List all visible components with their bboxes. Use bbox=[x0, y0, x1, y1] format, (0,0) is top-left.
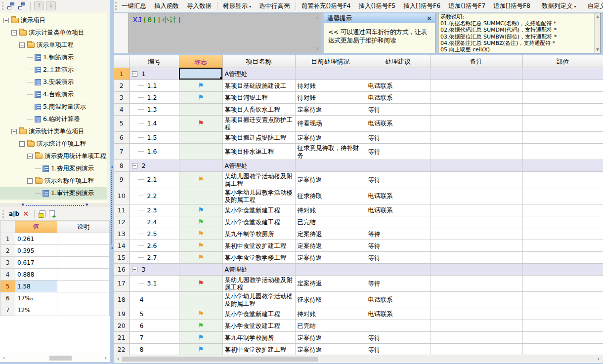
note-cell[interactable] bbox=[430, 251, 522, 263]
part-cell[interactable] bbox=[522, 171, 603, 188]
row-number-cell[interactable]: 6 bbox=[0, 292, 15, 304]
status-cell[interactable]: 已完结 bbox=[295, 320, 366, 331]
close-icon[interactable]: ✕ bbox=[427, 15, 432, 22]
move-down-icon[interactable]: ↓ bbox=[46, 1, 56, 10]
tree-item[interactable]: −演示项目 bbox=[0, 14, 110, 27]
expander-minus-icon[interactable]: − bbox=[3, 18, 9, 23]
tree-item[interactable]: 5.商混对量演示 bbox=[0, 101, 110, 113]
status-cell[interactable]: 定案待返 bbox=[295, 240, 366, 251]
project-name-cell[interactable]: 某项目排水渠工程 bbox=[222, 143, 295, 160]
toolbar-button-append-bracket-f8[interactable]: 追加[]括号F8 bbox=[489, 0, 534, 12]
flag-cell[interactable]: ⚑ bbox=[179, 320, 222, 331]
value-cell[interactable]: 0.617 bbox=[15, 257, 57, 269]
row-number-cell[interactable]: 8 bbox=[114, 160, 129, 171]
project-name-cell[interactable]: A管理处 bbox=[222, 160, 295, 171]
row-number-cell[interactable]: 5 bbox=[0, 281, 15, 292]
row-number-cell[interactable]: 22 bbox=[114, 343, 129, 355]
note-cell[interactable] bbox=[430, 171, 522, 188]
row-number-cell[interactable]: 12 bbox=[114, 216, 129, 228]
description-cell[interactable] bbox=[57, 269, 110, 281]
status-cell[interactable]: 待对账 bbox=[295, 204, 366, 216]
project-name-cell[interactable]: 某小学食堂改建工程 bbox=[222, 216, 295, 228]
toolbar-button-tree-display[interactable]: 树形显示▾ bbox=[219, 0, 255, 12]
value-cell[interactable]: 0.261 bbox=[15, 233, 57, 245]
flag-cell[interactable] bbox=[179, 103, 222, 115]
note-cell[interactable] bbox=[430, 143, 522, 160]
row-number-cell[interactable]: 13 bbox=[114, 228, 129, 240]
row-number-cell[interactable]: 4 bbox=[114, 103, 129, 115]
project-name-cell[interactable]: 某小学幼儿园教学活动楼及附属工程 bbox=[222, 291, 295, 308]
tree-item[interactable]: 2.土建演示 bbox=[0, 64, 110, 76]
part-cell[interactable] bbox=[522, 308, 603, 320]
part-cell[interactable] bbox=[522, 291, 603, 308]
flag-cell[interactable]: ⚑ bbox=[179, 331, 222, 343]
row-number-cell[interactable]: 1 bbox=[0, 233, 15, 245]
flag-cell[interactable]: ⚑ bbox=[179, 251, 222, 263]
help-vertical-scrollbar[interactable]: ▲ ▼ bbox=[594, 13, 601, 53]
project-name-cell[interactable]: 某小学食堂教学楼工程 bbox=[222, 251, 295, 263]
code-cell[interactable]: 7 bbox=[129, 331, 179, 343]
expand-tree-icon[interactable] bbox=[18, 2, 27, 10]
flag-cell[interactable]: ⚑ bbox=[179, 240, 222, 251]
toolbar-button-import-data[interactable]: 导入数据 bbox=[183, 0, 215, 12]
row-number-cell[interactable]: 9 bbox=[114, 171, 129, 188]
flag-cell[interactable] bbox=[179, 68, 222, 80]
advice-cell[interactable]: 电话联系 bbox=[366, 91, 430, 103]
expander-minus-icon[interactable]: − bbox=[19, 141, 25, 147]
status-cell[interactable]: 定案待返 bbox=[295, 171, 366, 188]
rename-icon[interactable]: a|b bbox=[9, 210, 19, 217]
flag-cell[interactable] bbox=[179, 143, 222, 160]
note-cell[interactable] bbox=[430, 216, 522, 228]
status-cell[interactable]: 待对账 bbox=[295, 91, 366, 103]
part-cell[interactable] bbox=[522, 320, 603, 331]
project-name-cell[interactable]: 某项目人畜饮水工程 bbox=[222, 103, 295, 115]
description-cell[interactable] bbox=[57, 257, 110, 269]
values-column-header[interactable]: 说明 bbox=[57, 221, 110, 233]
expander-minus-icon[interactable]: − bbox=[132, 163, 137, 168]
project-name-cell[interactable]: 某项目搬迁安置点防护工程 bbox=[222, 115, 295, 131]
copy-add-icon[interactable] bbox=[49, 210, 55, 217]
flag-cell[interactable] bbox=[179, 160, 222, 171]
part-cell[interactable] bbox=[522, 216, 603, 228]
toolbar-button-insert-paren-f5[interactable]: 插入()括号F5 bbox=[354, 0, 399, 12]
project-name-cell[interactable]: 某幼儿园教学活动楼及附属工程 bbox=[222, 275, 295, 291]
flag-cell[interactable] bbox=[179, 188, 222, 204]
row-number-cell[interactable]: 19 bbox=[114, 308, 129, 320]
toolbar-button-insert-function[interactable]: 插入函数 bbox=[150, 0, 183, 12]
row-number-cell[interactable]: 10 bbox=[114, 188, 129, 204]
advice-cell[interactable]: 等待 bbox=[366, 131, 430, 143]
status-cell[interactable]: 待对账 bbox=[295, 80, 366, 91]
row-number-cell[interactable]: 4 bbox=[0, 269, 15, 281]
code-cell[interactable]: 2.3 bbox=[129, 204, 179, 216]
expander-minus-icon[interactable]: − bbox=[132, 267, 137, 272]
advice-cell[interactable]: 等待 bbox=[366, 171, 430, 188]
status-cell[interactable]: 待看现场 bbox=[295, 115, 366, 131]
code-cell[interactable]: −1 bbox=[129, 68, 179, 80]
save-import-icon[interactable] bbox=[40, 210, 45, 217]
status-cell[interactable]: 定案待返 bbox=[295, 103, 366, 115]
advice-cell[interactable] bbox=[366, 160, 430, 171]
grid-column-header[interactable]: 项目名称 bbox=[222, 55, 295, 68]
advice-cell[interactable]: 电话联系 bbox=[366, 80, 430, 91]
advice-cell[interactable]: 电话联系 bbox=[366, 115, 430, 131]
note-cell[interactable] bbox=[430, 275, 522, 291]
note-cell[interactable] bbox=[430, 320, 522, 331]
value-cell[interactable]: 0.888 bbox=[15, 269, 57, 281]
formula-editor[interactable]: ∧ ∨ XJ{0}[小计] bbox=[129, 13, 321, 53]
note-cell[interactable] bbox=[430, 263, 522, 275]
note-cell[interactable] bbox=[430, 291, 522, 308]
horizontal-splitter[interactable]: ▼ ▼ bbox=[0, 203, 110, 207]
project-name-cell[interactable]: 某幼儿园教学活动楼及附属工程 bbox=[222, 171, 295, 188]
expander-minus-icon[interactable]: − bbox=[27, 178, 33, 184]
row-number-cell[interactable]: 5 bbox=[114, 115, 129, 131]
row-number-cell[interactable]: 15 bbox=[114, 251, 129, 263]
code-cell[interactable]: 1.2 bbox=[129, 91, 179, 103]
part-cell[interactable] bbox=[522, 343, 603, 355]
advice-cell[interactable]: 等待 bbox=[366, 240, 430, 251]
scroll-right-icon[interactable]: › bbox=[595, 356, 602, 363]
description-cell[interactable] bbox=[57, 233, 110, 245]
advice-cell[interactable]: 等待 bbox=[366, 331, 430, 343]
expander-minus-icon[interactable]: − bbox=[132, 71, 137, 77]
flag-cell[interactable]: ⚑ bbox=[179, 171, 222, 188]
scroll-down-icon[interactable]: ▼ bbox=[595, 47, 601, 52]
